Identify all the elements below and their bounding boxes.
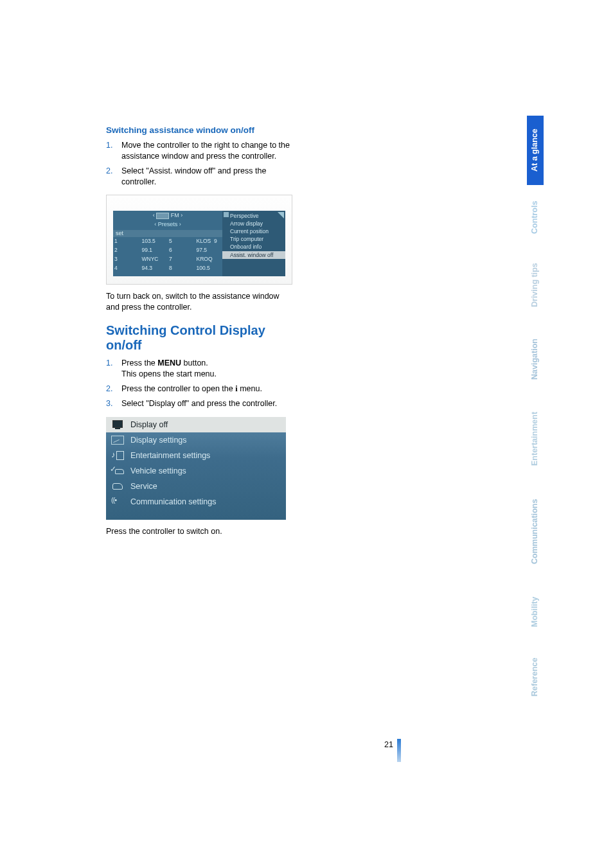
step-text: Press the controller to open the i menu. bbox=[121, 384, 262, 393]
tab-controls[interactable]: Controls bbox=[527, 188, 544, 247]
menu-row: Service bbox=[106, 479, 286, 494]
step-text: Move the controller to the right to chan… bbox=[121, 141, 290, 161]
steps-list-2: 1. Press the MENU button. This opens the… bbox=[106, 358, 292, 409]
monitor-icon bbox=[111, 420, 124, 429]
step-2-3: 3. Select "Display off" and press the co… bbox=[106, 398, 292, 409]
menu-row-label: Display off bbox=[130, 420, 168, 429]
step-text: Press the MENU button. bbox=[121, 359, 208, 368]
shot1-menu-item-selected: Assist. window off bbox=[222, 251, 285, 259]
tab-at-a-glance[interactable]: At a glance bbox=[527, 116, 544, 185]
step-num: 2. bbox=[106, 384, 118, 394]
step-text: Select "Display off" and press the contr… bbox=[121, 399, 277, 408]
after-text-1: To turn back on, switch to the assistanc… bbox=[106, 291, 292, 313]
shot1-preset-grid: 1103.55KLOS 9 299.1697.5 3WNYC7KROQ 494.… bbox=[113, 237, 222, 273]
screenshot-radio-presets: ‹ FM › ‹ Presets › set 1103.55KLOS 9 299… bbox=[106, 195, 292, 285]
step-2-1: 1. Press the MENU button. This opens the… bbox=[106, 358, 292, 380]
page-number-box: 21 bbox=[384, 739, 401, 762]
tab-mobility[interactable]: Mobility bbox=[527, 582, 544, 641]
shot1-menu-item: Onboard info bbox=[230, 243, 284, 251]
display-icon bbox=[111, 436, 124, 445]
menu-row-label: Communication settings bbox=[130, 497, 216, 506]
shot1-menu-item: Arrow display bbox=[230, 220, 284, 227]
communication-icon bbox=[111, 497, 124, 506]
menu-row: Entertainment settings bbox=[106, 448, 286, 463]
step-num: 3. bbox=[106, 398, 118, 409]
menu-square-icon bbox=[224, 212, 229, 217]
music-note-icon bbox=[111, 451, 124, 460]
screenshot-i-menu: Display off Display settings Entertainme… bbox=[106, 417, 286, 520]
menu-row-label: Service bbox=[130, 482, 157, 491]
page-number: 21 bbox=[384, 739, 393, 749]
menu-row-label: Display settings bbox=[130, 436, 187, 445]
step-1-2: 2.Select "Assist. window off" and press … bbox=[106, 166, 292, 188]
step-text: Select "Assist. window off" and press th… bbox=[121, 166, 266, 186]
shot1-menu-item: Current position bbox=[230, 227, 284, 235]
section-tabs: At a glance Controls Driving tips Naviga… bbox=[527, 116, 544, 711]
heading-assist-window: Switching assistance window on/off bbox=[106, 125, 292, 136]
menu-row: Communication settings bbox=[106, 494, 286, 509]
shot1-band: ‹ FM › bbox=[113, 211, 222, 221]
shot1-right-menu: Perspective Arrow display Current positi… bbox=[222, 211, 285, 276]
vehicle-check-icon bbox=[111, 466, 124, 475]
tab-reference[interactable]: Reference bbox=[527, 644, 544, 711]
shot1-menu-item: Trip computer bbox=[230, 235, 284, 243]
step-text-line2: This opens the start menu. bbox=[121, 369, 217, 378]
page-number-bar-icon bbox=[397, 739, 401, 762]
menu-row: Vehicle settings bbox=[106, 463, 286, 479]
menu-row-label: Vehicle settings bbox=[130, 466, 186, 475]
service-car-icon bbox=[111, 482, 124, 491]
menu-row-label: Entertainment settings bbox=[130, 451, 210, 460]
corner-icon bbox=[278, 212, 284, 218]
step-num: 2. bbox=[106, 166, 118, 177]
tab-navigation[interactable]: Navigation bbox=[527, 324, 544, 394]
menu-row: Display settings bbox=[106, 432, 286, 448]
steps-list-1: 1.Move the controller to the right to ch… bbox=[106, 140, 292, 188]
tab-entertainment[interactable]: Entertainment bbox=[527, 397, 544, 481]
step-num: 1. bbox=[106, 140, 118, 151]
shot1-menu-item: Perspective bbox=[230, 212, 284, 220]
tab-communications[interactable]: Communications bbox=[527, 483, 544, 580]
shot1-presets-label: ‹ Presets › bbox=[113, 221, 222, 230]
heading-control-display: Switching Control Display on/off bbox=[106, 323, 292, 353]
menu-row-selected: Display off bbox=[106, 417, 286, 432]
after-text-2: Press the controller to switch on. bbox=[106, 526, 292, 537]
tab-driving-tips[interactable]: Driving tips bbox=[527, 249, 544, 321]
step-num: 1. bbox=[106, 358, 118, 369]
step-2-2: 2. Press the controller to open the i me… bbox=[106, 384, 292, 394]
shot1-set-label: set bbox=[113, 230, 222, 237]
step-1-1: 1.Move the controller to the right to ch… bbox=[106, 140, 292, 162]
